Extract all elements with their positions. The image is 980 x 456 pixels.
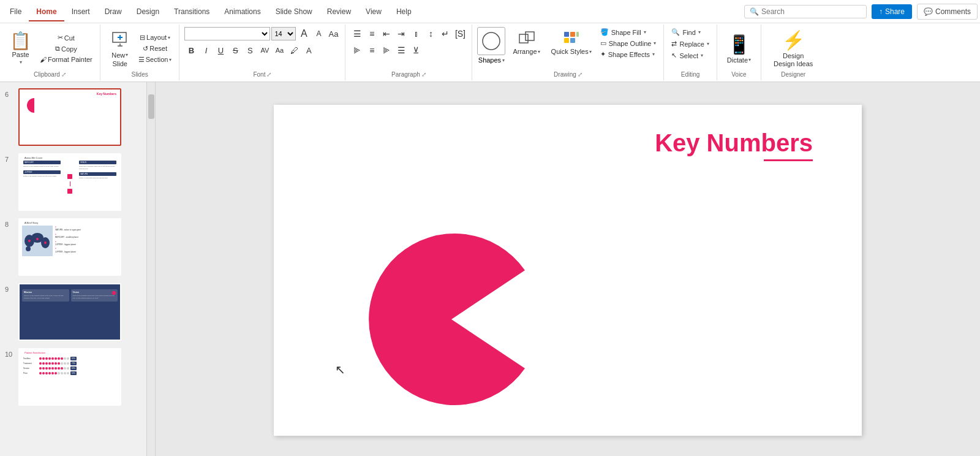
vertical-align-button[interactable]: ⊻: [409, 44, 423, 57]
bold-button[interactable]: B: [184, 44, 198, 57]
section-button[interactable]: ☰ Section ▾: [136, 55, 175, 65]
slide-item-8[interactable]: 8 A Brief Story: [0, 217, 146, 277]
search-input[interactable]: [761, 7, 861, 16]
canvas-title[interactable]: Key Numbers: [655, 129, 813, 161]
font-size-select[interactable]: 14: [271, 27, 296, 40]
align-left-button[interactable]: ⫸: [350, 44, 364, 57]
layout-icon: ⊟: [140, 34, 145, 42]
slide9-box-mission: Mission mercury is the smallest planet i…: [22, 289, 69, 302]
slide10-rows: Facilities 80% Treatment 70%: [23, 357, 116, 376]
numbering-button[interactable]: ≡: [365, 27, 379, 40]
italic-button[interactable]: I: [199, 44, 213, 57]
tab-insert[interactable]: Insert: [64, 2, 97, 21]
slide8-bg: A Brief Story: [20, 219, 120, 275]
canvas-area[interactable]: Key Numbers ↖: [156, 82, 980, 456]
layout-button[interactable]: ⊟ Layout ▾: [136, 32, 175, 43]
align-center-button[interactable]: ≡: [365, 44, 379, 57]
slide-item-7[interactable]: 7 Areas We Cover MERCURY mercury is the …: [0, 152, 146, 212]
slide-item-6[interactable]: 6 Key Numbers: [0, 87, 146, 147]
decrease-indent-button[interactable]: ⇤: [380, 27, 393, 40]
cut-button[interactable]: ✂ Cut: [37, 32, 95, 43]
strikethrough-button[interactable]: S: [228, 44, 242, 57]
canvas-pie-shape[interactable]: [360, 227, 543, 411]
slide-thumb-10[interactable]: Patient Satisfaction Facilities 80% Trea…: [18, 348, 121, 406]
increase-indent-button[interactable]: ⇥: [394, 27, 408, 40]
tab-help[interactable]: Help: [389, 2, 419, 21]
search-box[interactable]: 🔍: [744, 5, 867, 18]
tab-file[interactable]: File: [2, 2, 29, 21]
change-case-button[interactable]: Aa: [273, 44, 286, 57]
slide-item-9[interactable]: 9 Mission mercury is the smallest planet…: [0, 282, 146, 342]
designer-group: ⚡ Design Design Ideas Designer: [761, 25, 825, 80]
reset-button[interactable]: ↺ Reset: [136, 44, 175, 54]
paragraph-expand-icon[interactable]: ⤢: [421, 71, 426, 78]
bullets-button[interactable]: ☰: [350, 27, 364, 40]
tab-transitions[interactable]: Transitions: [167, 2, 217, 21]
slide-thumb-6[interactable]: Key Numbers: [18, 88, 121, 146]
shapes-button[interactable]: Shapes ▾: [478, 56, 505, 64]
slide-item-10[interactable]: 10 Patient Satisfaction Facilities 80%: [0, 347, 146, 407]
font-expand-icon[interactable]: ⤢: [266, 71, 271, 78]
font-name-select[interactable]: [184, 27, 270, 40]
slide6-title: Key Numbers: [97, 92, 116, 96]
font-selector-row: 14 A A Aa: [184, 27, 340, 40]
shape-fill-button[interactable]: 🪣 Shape Fill ▾: [598, 27, 659, 37]
share-button[interactable]: ↑ Share: [872, 4, 912, 19]
design-ideas-button[interactable]: ⚡ Design Design Ideas: [766, 27, 820, 70]
quick-styles-icon: [563, 29, 580, 47]
clipboard-expand-icon[interactable]: ⤢: [61, 71, 66, 78]
format-painter-button[interactable]: 🖌 Format Painter: [37, 55, 95, 64]
tab-review[interactable]: Review: [320, 2, 358, 21]
find-button[interactable]: 🔍 Find ▾: [669, 27, 703, 37]
highlight-color-button[interactable]: 🖊: [287, 44, 301, 57]
slide-canvas[interactable]: Key Numbers ↖: [274, 105, 862, 436]
columns-button[interactable]: ⫾: [409, 27, 423, 40]
tab-animations[interactable]: Animations: [217, 2, 268, 21]
increase-font-size-button[interactable]: A: [297, 27, 311, 40]
dictate-button[interactable]: 📱 Dictate ▾: [722, 31, 756, 66]
ribbon: File Home Insert Draw Design Transitions…: [0, 0, 980, 82]
direction-button[interactable]: ↵: [439, 27, 452, 40]
new-slide-dropdown-icon[interactable]: ▾: [126, 52, 128, 58]
quick-styles-button[interactable]: Quick Styles ▾: [548, 27, 595, 58]
decrease-font-size-button[interactable]: A: [312, 27, 325, 40]
slide-thumb-7[interactable]: Areas We Cover MERCURY mercury is the sm…: [18, 153, 121, 211]
paste-button[interactable]: 📋 Paste ▾: [5, 30, 36, 67]
convert-to-smartart-button[interactable]: [S]: [453, 27, 467, 40]
reset-icon: ↺: [143, 45, 148, 53]
clear-formatting-button[interactable]: Aa: [326, 27, 340, 40]
slide9-vision-dot: [112, 291, 116, 295]
slide9-bg: Mission mercury is the smallest planet i…: [20, 284, 120, 340]
panel-scroll-thumb[interactable]: [148, 94, 154, 119]
shape-outline-button[interactable]: ▭ Shape Outline ▾: [598, 38, 659, 48]
slide-thumb-9[interactable]: Mission mercury is the smallest planet i…: [18, 283, 121, 341]
slides-col: ⊟ Layout ▾ ↺ Reset ☰ Section ▾: [136, 32, 175, 65]
select-button[interactable]: ↖ Select ▾: [669, 50, 706, 61]
drawing-expand-icon[interactable]: ⤢: [578, 71, 582, 78]
text-shadow-button[interactable]: S: [243, 44, 257, 57]
line-spacing-button[interactable]: ↕: [424, 27, 437, 40]
tab-home[interactable]: Home: [29, 2, 64, 21]
tab-draw[interactable]: Draw: [97, 2, 129, 21]
tab-view[interactable]: View: [358, 2, 389, 21]
align-right-button[interactable]: ⫸: [380, 44, 393, 57]
slide-thumb-8[interactable]: A Brief Story: [18, 218, 121, 276]
justify-button[interactable]: ☰: [394, 44, 408, 57]
font-color-button[interactable]: A: [302, 44, 315, 57]
copy-button[interactable]: ⧉ Copy: [37, 44, 95, 54]
panel-scroll-area[interactable]: [147, 82, 156, 456]
new-slide-button[interactable]: New ▾ Slide: [105, 28, 135, 70]
arrange-button[interactable]: Arrange ▾: [508, 27, 545, 58]
tab-slideshow[interactable]: Slide Show: [268, 2, 320, 21]
voice-group-content: 📱 Dictate ▾: [722, 27, 756, 70]
search-icon: 🔍: [750, 7, 759, 16]
tab-design[interactable]: Design: [129, 2, 167, 21]
comments-button[interactable]: 💬 Comments: [917, 4, 978, 20]
char-spacing-button[interactable]: AV: [258, 44, 271, 57]
shape-effects-button[interactable]: ✦ Shape Effects ▾: [598, 49, 659, 59]
slides-panel[interactable]: 6 Key Numbers 7 Areas We Cover MERCUR: [0, 82, 147, 456]
section-icon: ☰: [138, 56, 145, 64]
replace-button[interactable]: ⇄ Replace ▾: [669, 39, 711, 49]
underline-button[interactable]: U: [214, 44, 227, 57]
slide-number-7: 7: [5, 153, 15, 163]
